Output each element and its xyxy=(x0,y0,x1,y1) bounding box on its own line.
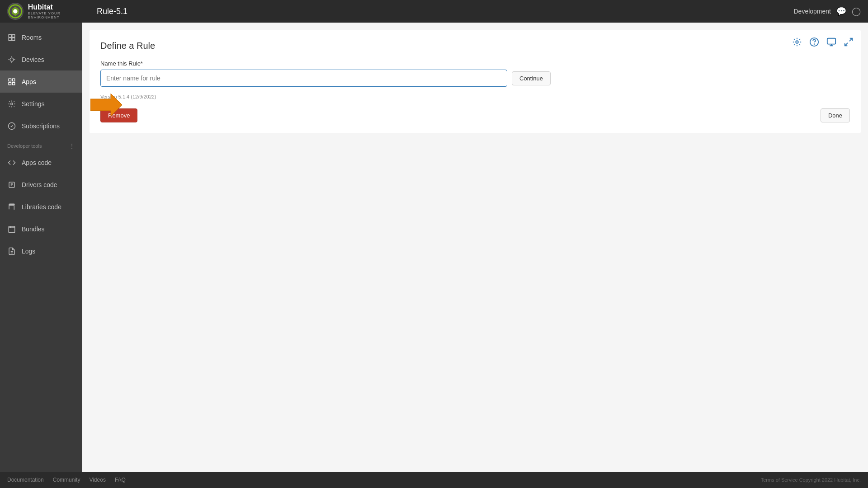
sidebar-item-bundles[interactable]: Bundles xyxy=(0,218,82,240)
svg-point-26 xyxy=(814,44,815,44)
svg-point-24 xyxy=(796,41,798,43)
sidebar-label-apps: Apps xyxy=(22,78,36,85)
sidebar-label-rooms: Rooms xyxy=(22,34,42,41)
content-area: Define a Rule Name this Rule* Continue V… xyxy=(82,23,868,488)
sidebar: Rooms Devices Apps Settings Subscription xyxy=(0,23,82,488)
svg-rect-13 xyxy=(9,79,11,81)
subscriptions-icon xyxy=(7,121,16,131)
sidebar-item-rooms[interactable]: Rooms xyxy=(0,26,82,48)
define-rule-title: Define a Rule xyxy=(100,41,850,51)
sidebar-label-libraries-code: Libraries code xyxy=(22,203,61,211)
header: Hubitat ELEVATE YOUR ENVIRONMENT Rule-5.… xyxy=(0,0,868,23)
svg-rect-4 xyxy=(9,35,11,38)
version-text: Version 5.1.4 (12/9/2022) xyxy=(100,94,850,99)
rule-name-label: Name this Rule* xyxy=(100,60,850,67)
svg-point-17 xyxy=(11,103,13,105)
notifications-icon[interactable]: 💬 xyxy=(836,6,846,16)
apps-icon xyxy=(7,77,16,86)
svg-point-8 xyxy=(10,58,14,62)
rule-name-row: Continue xyxy=(100,70,850,87)
sidebar-label-subscriptions: Subscriptions xyxy=(22,122,60,130)
sidebar-item-apps[interactable]: Apps xyxy=(0,70,82,93)
settings-icon xyxy=(7,99,16,108)
sidebar-item-devices[interactable]: Devices xyxy=(0,48,82,70)
apps-code-icon xyxy=(7,158,16,167)
continue-button[interactable]: Continue xyxy=(512,71,551,85)
help-toolbar-icon[interactable] xyxy=(809,37,819,49)
devices-icon xyxy=(7,55,16,64)
footer-links: Documentation Community Videos FAQ xyxy=(7,477,126,483)
page-title-header: Rule-5.1 xyxy=(90,7,794,16)
sidebar-item-settings[interactable]: Settings xyxy=(0,93,82,115)
sidebar-label-settings: Settings xyxy=(22,100,45,108)
content-inner: Define a Rule Name this Rule* Continue V… xyxy=(90,30,861,133)
sidebar-item-subscriptions[interactable]: Subscriptions xyxy=(0,115,82,137)
svg-rect-7 xyxy=(12,38,15,41)
sidebar-label-logs: Logs xyxy=(22,248,35,255)
expand-toolbar-icon[interactable] xyxy=(844,37,854,49)
developer-tools-section: Developer tools ⋮ xyxy=(0,139,82,151)
footer-videos[interactable]: Videos xyxy=(89,477,105,483)
sidebar-label-apps-code: Apps code xyxy=(22,159,52,166)
sidebar-label-devices: Devices xyxy=(22,56,44,63)
logo-tagline: ELEVATE YOUR ENVIRONMENT xyxy=(28,11,90,19)
footer-faq[interactable]: FAQ xyxy=(115,477,126,483)
libraries-code-icon xyxy=(7,202,16,211)
sidebar-item-apps-code[interactable]: Apps code xyxy=(0,151,82,174)
sidebar-label-bundles: Bundles xyxy=(22,225,45,233)
main-layout: Rooms Devices Apps Settings Subscription xyxy=(0,23,868,488)
svg-point-3 xyxy=(13,9,17,13)
user-icon[interactable]: ◯ xyxy=(852,6,861,16)
svg-rect-16 xyxy=(13,83,15,85)
done-button[interactable]: Done xyxy=(821,108,850,122)
sidebar-item-logs[interactable]: Logs xyxy=(0,240,82,262)
environment-label: Development xyxy=(794,8,831,15)
remove-button[interactable]: Remove xyxy=(100,108,137,122)
logo-name: Hubitat xyxy=(28,3,90,11)
footer-documentation[interactable]: Documentation xyxy=(7,477,44,483)
monitor-toolbar-icon[interactable] xyxy=(826,37,836,49)
bundles-icon xyxy=(7,224,16,234)
svg-rect-5 xyxy=(12,35,15,38)
svg-rect-14 xyxy=(13,79,15,81)
svg-rect-27 xyxy=(827,38,835,44)
collapse-icon[interactable]: ⋮ xyxy=(69,142,75,150)
drivers-code-icon xyxy=(7,180,16,189)
svg-line-29 xyxy=(845,43,848,46)
gear-toolbar-icon[interactable] xyxy=(792,37,802,49)
rooms-icon xyxy=(7,33,16,42)
svg-line-28 xyxy=(849,38,852,41)
footer: Documentation Community Videos FAQ Terms… xyxy=(0,472,868,488)
svg-rect-15 xyxy=(9,83,11,85)
sidebar-label-drivers-code: Drivers code xyxy=(22,181,57,188)
svg-rect-20 xyxy=(9,226,15,233)
footer-copyright: Terms of Service Copyright 2022 Hubitat,… xyxy=(761,477,861,483)
header-right: Development 💬 ◯ xyxy=(794,6,861,16)
svg-rect-6 xyxy=(9,38,11,41)
footer-community[interactable]: Community xyxy=(53,477,80,483)
logs-icon xyxy=(7,246,16,256)
sidebar-item-libraries-code[interactable]: Libraries code xyxy=(0,196,82,218)
rule-name-input[interactable] xyxy=(100,70,507,87)
logo-text-block: Hubitat ELEVATE YOUR ENVIRONMENT xyxy=(28,3,90,19)
bottom-row: Remove Done xyxy=(100,108,850,122)
logo-area: Hubitat ELEVATE YOUR ENVIRONMENT xyxy=(7,3,90,20)
content-toolbar xyxy=(792,37,854,49)
logo-icon xyxy=(7,3,24,20)
sidebar-item-drivers-code[interactable]: Drivers code xyxy=(0,174,82,196)
developer-tools-label: Developer tools xyxy=(7,143,42,149)
